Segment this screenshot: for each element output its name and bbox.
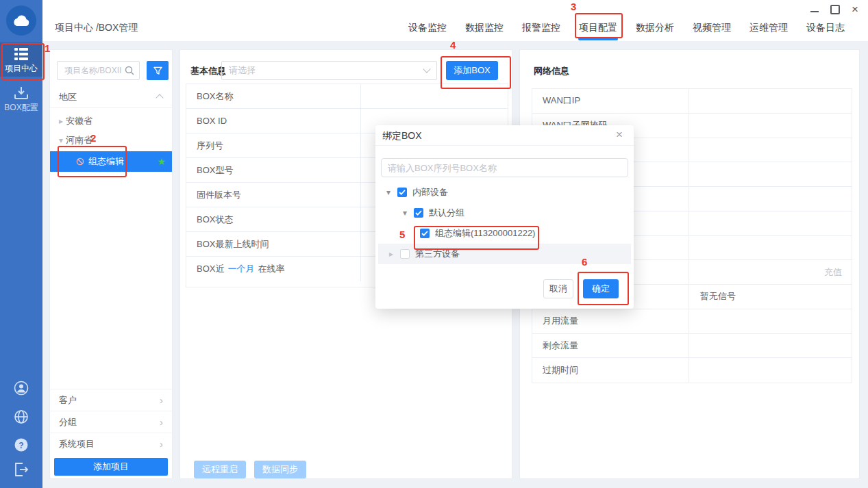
remote-reboot-button[interactable]: 远程重启 bbox=[194, 461, 246, 478]
row-label: BOX状态 bbox=[186, 207, 361, 231]
tab-data-monitor[interactable]: 数据监控 bbox=[465, 22, 504, 34]
search-icon[interactable] bbox=[125, 66, 134, 75]
sidebar-item-label: 项目中心 bbox=[5, 63, 38, 75]
table-row: 过期时间 bbox=[532, 358, 852, 383]
tree-item-label: 河南省 bbox=[66, 134, 92, 146]
box-search-input[interactable] bbox=[381, 158, 628, 177]
tab-device-monitor[interactable]: 设备监控 bbox=[408, 22, 447, 34]
row-value bbox=[689, 334, 852, 358]
add-project-button[interactable]: 添加项目 bbox=[54, 458, 168, 476]
close-icon[interactable] bbox=[616, 128, 623, 142]
table-row: BOX名称 bbox=[186, 84, 508, 109]
checkbox-unchecked-icon[interactable] bbox=[400, 249, 410, 259]
caret-right-icon[interactable] bbox=[389, 249, 400, 259]
region-label: 地区 bbox=[59, 91, 77, 103]
row-value bbox=[689, 89, 852, 113]
top-nav-tabs: 设备监控 数据监控 报警监控 项目配置 数据分析 视频管理 运维管理 设备日志 bbox=[408, 22, 845, 34]
row-value bbox=[689, 236, 852, 260]
sidebar-item-box-config[interactable]: BOX配置 bbox=[0, 81, 42, 116]
period-dropdown[interactable]: 一个月 bbox=[227, 263, 254, 275]
box-select-dropdown[interactable]: 请选择 bbox=[221, 61, 437, 80]
chevron-down-icon bbox=[423, 65, 430, 73]
modal-tree-item-third-party[interactable]: 第三方设备 bbox=[378, 244, 631, 264]
cloud-logo bbox=[6, 5, 36, 36]
offline-signal-icon bbox=[76, 157, 84, 166]
svg-text:?: ? bbox=[18, 441, 23, 450]
tree-item-henan[interactable]: 河南省 bbox=[50, 131, 172, 150]
network-info-title: 网络信息 bbox=[534, 65, 569, 77]
data-sync-button[interactable]: 数据同步 bbox=[254, 461, 306, 478]
section-label: 系统项目 bbox=[59, 438, 95, 450]
row-label: BOX ID bbox=[186, 109, 361, 133]
modal-tree-item-internal-devices[interactable]: 内部设备 bbox=[375, 182, 634, 203]
row-value bbox=[689, 162, 852, 186]
chevron-up-icon bbox=[156, 94, 163, 101]
tab-project-config[interactable]: 项目配置 bbox=[579, 22, 617, 34]
checkbox-checked-icon[interactable] bbox=[397, 188, 407, 197]
star-icon[interactable] bbox=[157, 156, 166, 167]
select-placeholder: 请选择 bbox=[229, 64, 256, 77]
section-label: 分组 bbox=[59, 416, 77, 428]
tree-item-label: 组态编辑 bbox=[88, 155, 124, 168]
add-box-button[interactable]: 添加BOX bbox=[446, 61, 498, 80]
user-icon[interactable] bbox=[0, 381, 42, 396]
chevron-right-icon bbox=[160, 394, 163, 406]
filter-button[interactable] bbox=[147, 61, 169, 80]
row-label: 剩余流量 bbox=[532, 334, 689, 358]
caret-down-icon bbox=[56, 136, 66, 145]
checkbox-checked-icon[interactable] bbox=[414, 208, 423, 218]
section-customers[interactable]: 客户 bbox=[50, 389, 172, 411]
tree-item-label: 内部设备 bbox=[412, 186, 448, 198]
modal-tree-item-default-group[interactable]: 默认分组 bbox=[375, 203, 634, 223]
sidebar-item-label: BOX配置 bbox=[4, 102, 38, 114]
row-label: BOX名称 bbox=[186, 84, 361, 108]
row-value bbox=[689, 138, 852, 162]
maximize-icon[interactable] bbox=[830, 5, 840, 14]
logout-icon[interactable] bbox=[0, 463, 42, 476]
tab-device-log[interactable]: 设备日志 bbox=[806, 22, 845, 34]
chevron-right-icon bbox=[160, 416, 163, 428]
close-icon[interactable] bbox=[852, 5, 858, 14]
region-section-header[interactable]: 地区 bbox=[50, 86, 172, 108]
title-bar: 项目中心 /BOX管理 设备监控 数据监控 报警监控 项目配置 数据分析 视频管… bbox=[42, 0, 868, 41]
table-row: 月用流量 bbox=[532, 309, 852, 334]
project-search-box bbox=[57, 61, 140, 80]
tree-item-anhui[interactable]: 安徽省 bbox=[50, 112, 172, 131]
row-label: 月用流量 bbox=[532, 309, 689, 333]
confirm-button[interactable]: 确定 bbox=[583, 279, 619, 298]
caret-down-icon[interactable] bbox=[403, 208, 414, 218]
recharge-link[interactable]: 充值 bbox=[689, 260, 852, 284]
row-value bbox=[689, 114, 852, 138]
globe-icon[interactable] bbox=[0, 409, 42, 424]
tab-data-analysis[interactable]: 数据分析 bbox=[636, 22, 674, 34]
sidebar: 项目中心 BOX配置 ? bbox=[0, 0, 42, 488]
section-system-projects[interactable]: 系统项目 bbox=[50, 433, 172, 454]
minimize-icon[interactable] bbox=[810, 11, 819, 12]
cancel-button[interactable]: 取消 bbox=[543, 279, 573, 298]
online-rate-suffix: 在线率 bbox=[258, 263, 284, 275]
tree-item-label: 默认分组 bbox=[429, 207, 464, 219]
table-row: WAN口IP bbox=[532, 89, 852, 114]
app-window: 项目中心 BOX配置 ? 项目中心 /BOX管理 设备监控 数据监控 报警监控 … bbox=[0, 0, 868, 488]
tree-item-zutai-selected[interactable]: 组态编辑 bbox=[50, 151, 172, 172]
row-value: 暂无信号 bbox=[689, 285, 852, 309]
modal-header: 绑定BOX bbox=[375, 125, 634, 146]
row-label: WAN口IP bbox=[532, 89, 689, 113]
row-label: 过期时间 bbox=[532, 358, 689, 383]
tab-ops-manage[interactable]: 运维管理 bbox=[749, 22, 788, 34]
row-label: 固件版本号 bbox=[186, 183, 361, 207]
caret-down-icon[interactable] bbox=[386, 188, 397, 197]
project-list-icon bbox=[14, 48, 28, 60]
help-icon[interactable]: ? bbox=[0, 437, 42, 452]
section-groups[interactable]: 分组 bbox=[50, 411, 172, 433]
row-label: BOX最新上线时间 bbox=[186, 232, 361, 256]
modal-tree-item-zutai-box[interactable]: 组态编辑(113200001222) bbox=[375, 223, 634, 244]
tab-alarm-monitor[interactable]: 报警监控 bbox=[522, 22, 560, 34]
chevron-right-icon bbox=[160, 438, 163, 450]
tree-item-label: 第三方设备 bbox=[415, 248, 460, 260]
checkbox-checked-icon[interactable] bbox=[420, 229, 430, 238]
project-search-input[interactable] bbox=[63, 65, 125, 76]
tab-video-manage[interactable]: 视频管理 bbox=[693, 22, 731, 34]
bind-box-modal: 绑定BOX 内部设备 默认分组 组态编辑(113200001222) bbox=[375, 125, 634, 309]
sidebar-item-project-center[interactable]: 项目中心 bbox=[0, 42, 42, 77]
